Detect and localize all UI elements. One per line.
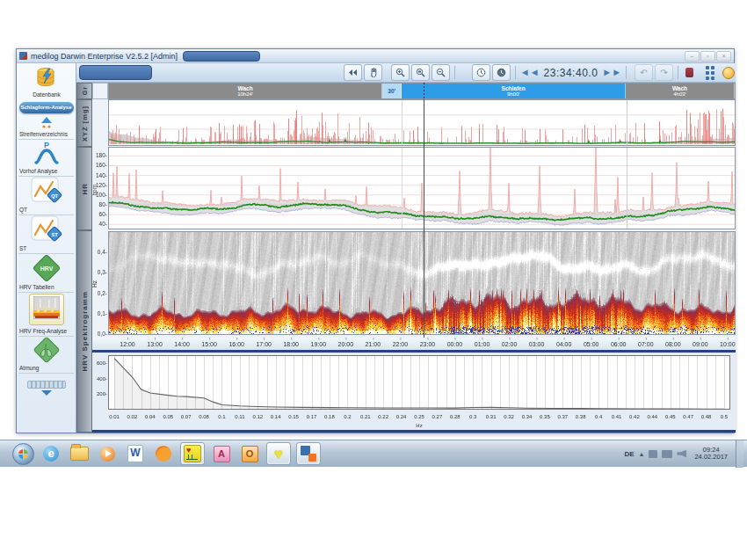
taskbar-item-medilog-heart[interactable]: ♥ <box>266 442 291 465</box>
database-icon <box>33 65 60 90</box>
sidebar-scrollbar[interactable] <box>27 381 66 389</box>
sidebar-item-label: ST <box>18 244 74 254</box>
redacted-patient-name <box>183 51 260 62</box>
sleep-wake-band: Wach10h24'30'Schlafen9h00'Wach4h03' <box>108 83 736 99</box>
sidebar-item-streifenverzeichnis[interactable]: Streifenverzeichnis <box>18 115 75 140</box>
power-icon[interactable] <box>649 450 657 458</box>
close-button[interactable]: × <box>716 51 731 62</box>
help-icon <box>722 67 735 79</box>
spectrogram-thumbnail-icon <box>33 296 60 319</box>
redo-button[interactable]: ↷ <box>655 64 673 81</box>
word-icon: W <box>127 445 143 462</box>
title-bar: medilog Darwin Enterprise V2.5.2 [Admin]… <box>17 49 734 63</box>
lungs-diamond-icon <box>33 337 61 363</box>
heart-rate-chart[interactable] <box>92 147 736 230</box>
sidebar-item-vorhof-analyse[interactable]: P Vorhof Analyse <box>18 140 75 177</box>
cursor-time-display: 23:34:40.0 <box>544 67 598 79</box>
sidebar-item-label: Atmung <box>18 364 74 374</box>
outlook-icon: O <box>242 446 258 462</box>
clock-filled-button[interactable] <box>492 64 511 81</box>
grid-dots-icon <box>706 66 714 80</box>
phase-segment[interactable]: Wach10h24' <box>109 84 382 98</box>
event-marker-icon <box>685 68 693 77</box>
taskbar-item-word[interactable]: W <box>124 443 147 464</box>
sidebar-item-atmung[interactable]: Atmung <box>18 337 75 374</box>
toolbar: ◄◄ 23:34:40.0 ►► ↶ ↷ <box>76 63 736 83</box>
selected-highlight <box>29 294 64 325</box>
sidebar-item-label: HRV Freq-Analyse <box>18 327 74 337</box>
redacted-record-info <box>79 65 152 80</box>
help-button[interactable] <box>722 65 736 80</box>
clock-icon <box>476 68 486 77</box>
yellow-heart-icon: ♥ <box>274 447 283 462</box>
scroll-down-icon[interactable] <box>41 390 52 396</box>
sidebar-item-label: Vorhof Analyse <box>18 167 74 177</box>
overview-button[interactable] <box>344 64 362 81</box>
time-cursor-dashed[interactable] <box>424 83 424 99</box>
magnifier-plus-icon <box>395 68 405 77</box>
tab-hr[interactable]: HR <box>76 147 92 230</box>
phase-segment[interactable]: Wach4h03' <box>626 84 735 98</box>
taskbar-clock[interactable]: 09:24 24.02.2017 <box>691 447 731 461</box>
tab-gr[interactable]: Gr <box>76 83 92 99</box>
sidebar-item-label: Streifenverzeichnis <box>18 130 74 140</box>
event-button[interactable] <box>683 65 696 80</box>
hand-icon <box>369 68 378 77</box>
clock-outline-button[interactable] <box>472 64 490 81</box>
zoom-out-button[interactable] <box>432 64 450 81</box>
phase-segment[interactable]: 30' <box>382 84 402 98</box>
activity-chart[interactable] <box>92 99 736 147</box>
sidebar-item-hrv-tabellen[interactable]: HRV HRV Tabellen <box>18 254 75 293</box>
taskbar-item-medilog-ecg[interactable]: ♥ <box>180 442 205 465</box>
zoom-window-button[interactable] <box>411 64 430 81</box>
taskbar-item-access[interactable]: A <box>210 443 233 464</box>
system-tray: DE ▲ 09:24 24.02.2017 <box>624 440 747 468</box>
darwin-app-icon <box>301 446 316 462</box>
band-corner <box>92 83 108 99</box>
sidebar-item-label: HRV Tabellen <box>18 283 74 293</box>
tray-expand-icon[interactable]: ▲ <box>639 451 645 457</box>
media-player-icon <box>100 447 115 462</box>
taskbar-item-internet-explorer[interactable]: e <box>40 443 62 464</box>
frequency-spectrum-chart[interactable] <box>92 350 736 433</box>
taskbar-item-explorer[interactable] <box>68 443 91 464</box>
sidebar-item-hrv-freq-analyse[interactable]: HRV Freq-Analyse <box>18 293 75 337</box>
zoom-in-button[interactable] <box>391 64 410 81</box>
sidebar-item-label: Datenbank <box>18 91 74 99</box>
p-wave-icon: P <box>32 140 62 166</box>
phase-segment[interactable]: Schlafen9h00' <box>402 84 626 98</box>
access-icon: A <box>214 446 230 462</box>
pan-button[interactable] <box>364 64 382 81</box>
undo-button[interactable]: ↶ <box>635 64 653 81</box>
window-title: medilog Darwin Enterprise V2.5.2 [Admin] <box>31 52 178 61</box>
minimize-button[interactable]: – <box>685 51 700 62</box>
show-desktop-button[interactable] <box>736 440 743 468</box>
st-chart-icon: ST <box>31 215 62 244</box>
sidebar-item-datenbank[interactable]: Datenbank <box>18 65 75 99</box>
svg-text:HRV: HRV <box>40 265 53 272</box>
taskbar-item-darwin[interactable] <box>296 442 321 465</box>
language-indicator[interactable]: DE <box>624 450 634 458</box>
maximize-button[interactable]: ▫ <box>700 51 715 62</box>
sidebar-item-qt[interactable]: QT QT <box>18 177 75 215</box>
time-cursor[interactable] <box>424 99 424 338</box>
taskbar-item-media-player[interactable] <box>96 443 119 464</box>
tab-xyz[interactable]: XYZ [mg] <box>76 99 92 147</box>
layout-button[interactable] <box>703 65 716 80</box>
tab-hrv-spektrogramm[interactable]: HRV Spektrogramm <box>76 230 92 433</box>
volume-icon[interactable] <box>677 450 686 458</box>
hrv-spectrogram-chart[interactable] <box>92 230 736 338</box>
svg-text:P: P <box>43 141 48 149</box>
sidebar-item-st[interactable]: ST ST <box>18 215 75 254</box>
step-forward-button[interactable]: ►► <box>602 68 621 77</box>
network-icon[interactable] <box>662 450 672 458</box>
taskbar-item-outlook[interactable]: O <box>238 443 261 464</box>
magnifier-minus-icon <box>436 68 446 77</box>
svg-text:QT: QT <box>51 193 58 199</box>
sidebar-item-schlagform-analyse[interactable]: Schlagform-Analyse <box>19 102 74 113</box>
start-button[interactable] <box>12 443 34 465</box>
step-back-button[interactable]: ◄◄ <box>520 68 540 77</box>
folder-icon <box>70 447 89 461</box>
taskbar-item-firefox[interactable] <box>152 443 175 464</box>
windows-logo-icon <box>18 449 28 459</box>
